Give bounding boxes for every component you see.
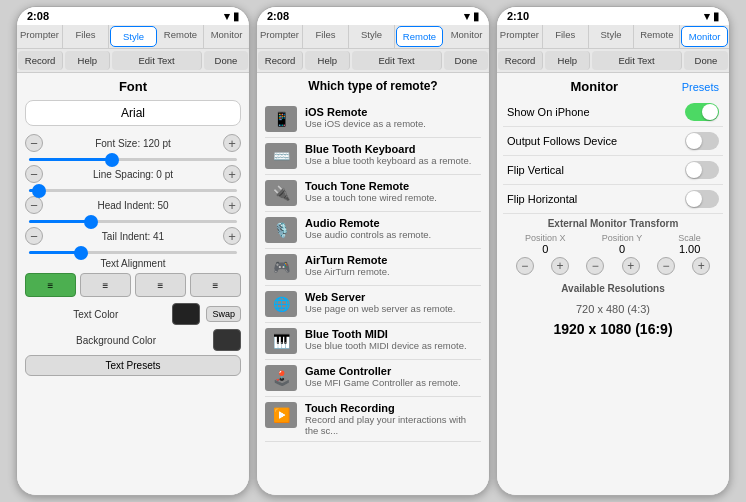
remote-item-touchrec[interactable]: ▶️ Touch Recording Record and play your … [265,397,481,442]
tail-indent-control: − Tail Indent: 41 + [25,227,241,245]
tab-files-1[interactable]: Files [63,25,109,48]
phone-remote: 2:08 ▾ ▮ Prompter Files Style Remote Mon… [256,6,490,496]
done-btn-3[interactable]: Done [684,51,728,70]
help-btn-2[interactable]: Help [305,51,350,70]
touchtone-desc: Use a touch tone wired remote. [305,192,481,203]
presets-link[interactable]: Presets [682,81,719,93]
scale-plus-btn[interactable]: + [692,257,710,275]
font-size-plus[interactable]: + [223,134,241,152]
scale-label: Scale [678,233,701,243]
head-indent-minus[interactable]: − [25,196,43,214]
gamecontroller-name: Game Controller [305,365,481,377]
transform-section: External Monitor Transform Position X 0 … [503,214,723,279]
resolution-720[interactable]: 720 x 480 (4:3) [507,300,719,318]
webserver-name: Web Server [305,291,481,303]
toggle-flip-vertical-label: Flip Vertical [507,164,564,176]
bg-color-swatch[interactable] [213,329,241,351]
tail-indent-slider[interactable] [25,251,241,254]
head-indent-label: Head Indent: 50 [47,200,219,211]
keyboard-name: Blue Tooth Keyboard [305,143,481,155]
help-btn-3[interactable]: Help [545,51,590,70]
font-name-btn[interactable]: Arial [25,100,241,126]
tab-remote-2[interactable]: Remote [396,26,443,47]
toggle-output-follows[interactable]: Output Follows Device [503,127,723,156]
remote-item-touchrec-text: Touch Recording Record and play your int… [305,402,481,436]
tab-monitor-2[interactable]: Monitor [444,25,489,48]
line-spacing-plus[interactable]: + [223,165,241,183]
gamecontroller-icon: 🕹️ [265,365,297,391]
toggle-flip-vertical[interactable]: Flip Vertical [503,156,723,185]
tab-remote-3[interactable]: Remote [634,25,680,48]
help-btn-1[interactable]: Help [65,51,110,70]
toggle-output-follows-switch[interactable] [685,132,719,150]
battery-icon-2: ▮ [473,10,479,23]
nav-row-2: Prompter Files Style Remote Monitor [257,25,489,49]
pos-y-plus-btn[interactable]: + [622,257,640,275]
font-size-minus[interactable]: − [25,134,43,152]
tab-prompter-1[interactable]: Prompter [17,25,63,48]
resolution-1080[interactable]: 1920 x 1080 (16:9) [507,318,719,340]
tab-style-2[interactable]: Style [349,25,395,48]
line-spacing-slider[interactable] [25,189,241,192]
tail-indent-minus[interactable]: − [25,227,43,245]
tail-indent-plus[interactable]: + [223,227,241,245]
record-btn-1[interactable]: Record [18,51,63,70]
toggle-show-iphone[interactable]: Show On iPhone [503,98,723,127]
pos-x-plus-btn[interactable]: + [551,257,569,275]
nav-row-3: Prompter Files Style Remote Monitor [497,25,729,49]
status-bar-2: 2:08 ▾ ▮ [257,7,489,25]
align-center-btn[interactable]: ≡ [80,273,131,297]
tab-prompter-2[interactable]: Prompter [257,25,303,48]
pos-x-minus-btn[interactable]: − [516,257,534,275]
remote-item-touchtone[interactable]: 🔌 Touch Tone Remote Use a touch tone wir… [265,175,481,212]
text-presets-btn[interactable]: Text Presets [25,355,241,376]
tab-style-1[interactable]: Style [110,26,157,47]
head-indent-control: − Head Indent: 50 + [25,196,241,214]
tab-files-2[interactable]: Files [303,25,349,48]
toggle-flip-vertical-switch[interactable] [685,161,719,179]
tab-monitor-3[interactable]: Monitor [681,26,728,47]
tab-prompter-3[interactable]: Prompter [497,25,543,48]
airturn-icon: 🎮 [265,254,297,280]
swap-btn[interactable]: Swap [206,306,241,322]
align-left-btn[interactable]: ≡ [25,273,76,297]
remote-item-gamecontroller-text: Game Controller Use MFI Game Controller … [305,365,481,388]
record-btn-3[interactable]: Record [498,51,543,70]
scale-minus-btn[interactable]: − [657,257,675,275]
pos-y-minus-btn[interactable]: − [586,257,604,275]
remote-item-audio[interactable]: 🎙️ Audio Remote Use audio controls as re… [265,212,481,249]
pos-y-label: Position Y [602,233,642,243]
remote-item-gamecontroller[interactable]: 🕹️ Game Controller Use MFI Game Controll… [265,360,481,397]
remote-item-ios[interactable]: 📱 iOS Remote Use iOS device as a remote. [265,101,481,138]
toggle-flip-horizontal[interactable]: Flip Horizontal [503,185,723,214]
head-indent-slider[interactable] [25,220,241,223]
done-btn-2[interactable]: Done [444,51,488,70]
toggle-show-iphone-switch[interactable] [685,103,719,121]
tab-remote-1[interactable]: Remote [158,25,204,48]
edit-text-btn-2[interactable]: Edit Text [352,51,441,70]
edit-text-btn-1[interactable]: Edit Text [112,51,201,70]
tab-style-3[interactable]: Style [589,25,635,48]
edit-text-btn-3[interactable]: Edit Text [592,51,681,70]
pos-y-col: Position Y 0 [602,233,642,255]
tab-files-3[interactable]: Files [543,25,589,48]
tab-monitor-1[interactable]: Monitor [204,25,249,48]
monitor-content: Monitor Presets Show On iPhone Output Fo… [497,73,729,495]
line-spacing-minus[interactable]: − [25,165,43,183]
remote-item-airturn[interactable]: 🎮 AirTurn Remote Use AirTurn remote. [265,249,481,286]
remote-item-webserver[interactable]: 🌐 Web Server Use page on web server as r… [265,286,481,323]
font-size-slider[interactable] [25,158,241,161]
remote-item-midi[interactable]: 🎹 Blue Tooth MIDI Use blue tooth MIDI de… [265,323,481,360]
text-color-swatch[interactable] [172,303,200,325]
pos-y-value: 0 [602,243,642,255]
toggle-flip-horizontal-switch[interactable] [685,190,719,208]
toggle-flip-horizontal-label: Flip Horizontal [507,193,577,205]
ios-remote-name: iOS Remote [305,106,481,118]
align-justify-btn[interactable]: ≡ [190,273,241,297]
record-btn-2[interactable]: Record [258,51,303,70]
done-btn-1[interactable]: Done [204,51,248,70]
head-indent-plus[interactable]: + [223,196,241,214]
remote-item-keyboard[interactable]: ⌨️ Blue Tooth Keyboard Use a blue tooth … [265,138,481,175]
align-right-btn[interactable]: ≡ [135,273,186,297]
midi-desc: Use blue tooth MIDI device as remote. [305,340,481,351]
